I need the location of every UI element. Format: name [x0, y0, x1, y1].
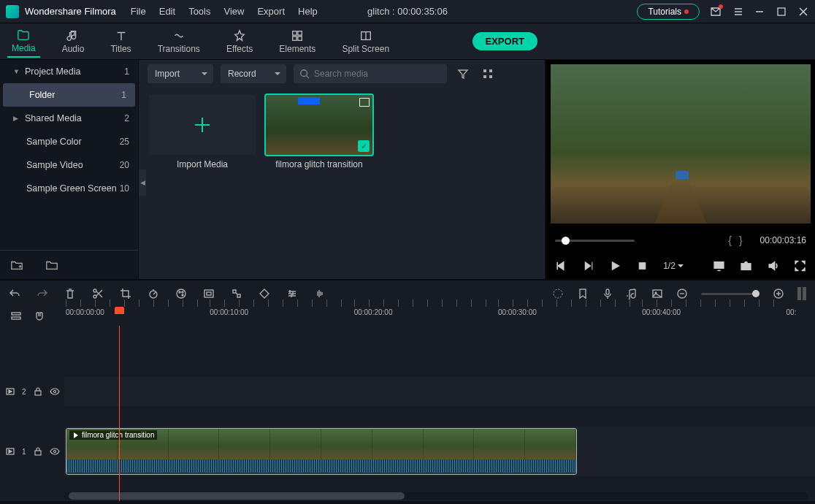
speed-icon[interactable]: [148, 288, 159, 299]
prev-frame-icon[interactable]: [555, 259, 567, 272]
zoom-slider[interactable]: [701, 293, 759, 295]
fullscreen-icon[interactable]: [794, 259, 806, 272]
redo-icon[interactable]: [37, 288, 48, 299]
track-head-2[interactable]: 2: [0, 377, 64, 406]
menu-file[interactable]: File: [131, 6, 146, 17]
volume-icon[interactable]: [767, 259, 779, 272]
media-browser: Import Record Import Media ✓ filmora gli…: [139, 60, 545, 279]
menu-help[interactable]: Help: [298, 6, 318, 17]
filter-icon[interactable]: [454, 65, 472, 83]
app-logo-icon: [6, 5, 19, 18]
app-name: Wondershare Filmora: [25, 6, 116, 17]
grid-view-icon[interactable]: [479, 65, 497, 83]
sidebar-item-sample-video[interactable]: Sample Video20: [0, 153, 138, 177]
svg-point-19: [179, 291, 180, 293]
zoom-in-icon[interactable]: [773, 288, 784, 299]
import-dropdown[interactable]: Import: [148, 64, 213, 83]
brace-left[interactable]: {: [728, 234, 732, 246]
magnet-icon[interactable]: [34, 310, 45, 322]
brace-right[interactable]: }: [739, 234, 743, 246]
play-icon[interactable]: [609, 259, 621, 272]
tutorials-button[interactable]: Tutorials: [637, 4, 700, 20]
search-input[interactable]: [294, 64, 447, 83]
plus-icon: [191, 114, 213, 136]
timeline-layout-icon[interactable]: [797, 287, 806, 300]
delete-icon[interactable]: [64, 288, 76, 299]
svg-rect-1: [293, 31, 296, 34]
voiceover-icon[interactable]: [602, 288, 613, 299]
playhead[interactable]: [119, 326, 120, 501]
playback-speed[interactable]: 1/2: [663, 261, 684, 271]
record-dropdown[interactable]: Record: [221, 64, 286, 83]
play-start-icon[interactable]: [582, 259, 594, 272]
project-timecode: glitch : 00:00:35:06: [367, 6, 448, 17]
render-icon[interactable]: [552, 288, 564, 299]
tab-elements[interactable]: Elements: [275, 26, 320, 57]
svg-point-20: [182, 291, 183, 293]
sidebar-item-sample-color[interactable]: Sample Color25: [0, 130, 138, 153]
mixer-icon[interactable]: [627, 288, 638, 299]
detach-icon[interactable]: [231, 288, 242, 299]
inbox-icon[interactable]: [710, 6, 722, 18]
svg-rect-7: [483, 69, 486, 72]
svg-rect-33: [35, 391, 41, 395]
track-manage-icon[interactable]: [10, 310, 22, 322]
timeline-ruler[interactable]: 00:00:00:00 00:00:10:00 00:00:20:00 00:0…: [0, 307, 815, 326]
adjust-icon[interactable]: [286, 288, 298, 299]
stop-icon[interactable]: [636, 259, 648, 272]
timeline-clip[interactable]: filmora glitch transition: [66, 428, 577, 475]
svg-point-37: [53, 451, 56, 453]
crop-icon[interactable]: [120, 288, 131, 299]
tab-titles[interactable]: Titles: [106, 26, 135, 57]
menu-tools[interactable]: Tools: [188, 6, 210, 17]
track-head-1[interactable]: 1: [0, 427, 64, 476]
svg-rect-0: [778, 8, 785, 15]
export-button[interactable]: EXPORT: [472, 32, 537, 50]
search-icon: [299, 69, 310, 79]
menu-view[interactable]: View: [223, 6, 244, 17]
list-icon[interactable]: [732, 6, 743, 18]
menu-export[interactable]: Export: [257, 6, 285, 17]
tab-audio[interactable]: Audio: [58, 26, 89, 57]
marker-icon[interactable]: [577, 288, 589, 299]
window-maximize[interactable]: [776, 6, 787, 18]
timeline-scrollbar[interactable]: [64, 492, 808, 500]
sidebar-item-sample-green-screen[interactable]: Sample Green Screen10: [0, 177, 138, 200]
folder-icon[interactable]: [45, 259, 58, 272]
snapshot-icon[interactable]: [740, 259, 752, 272]
clip-play-icon: [72, 432, 80, 439]
zoom-out-icon[interactable]: [676, 288, 688, 299]
keyframe-icon[interactable]: [259, 288, 270, 299]
color-icon[interactable]: [175, 288, 187, 299]
tab-media[interactable]: Media: [7, 26, 40, 58]
sidebar-item-shared-media[interactable]: ▶Shared Media2: [0, 107, 138, 130]
lock-icon[interactable]: [34, 447, 42, 456]
notification-dot-icon: [684, 9, 689, 14]
preview-panel: { } 00:00:03:16 1/2: [545, 60, 815, 279]
new-folder-icon[interactable]: [10, 259, 23, 272]
lock-icon[interactable]: [34, 387, 42, 396]
display-icon[interactable]: [713, 259, 725, 272]
window-minimize[interactable]: [754, 6, 765, 18]
sidebar-item-folder[interactable]: Folder1: [3, 83, 135, 107]
eye-icon[interactable]: [50, 387, 60, 396]
collapse-sidebar-icon[interactable]: ◀: [139, 169, 146, 196]
green-screen-icon[interactable]: [203, 288, 215, 299]
import-media-tile[interactable]: Import Media: [149, 95, 256, 169]
playhead-handle[interactable]: [115, 307, 124, 314]
preview-scrubber[interactable]: [555, 240, 635, 242]
sidebar-item-project-media[interactable]: ▼Project Media1: [0, 60, 138, 83]
tab-effects[interactable]: Effects: [222, 26, 257, 57]
tab-split-screen[interactable]: Split Screen: [337, 26, 394, 57]
media-clip-tile[interactable]: ✓ filmora glitch transition: [266, 95, 372, 169]
check-icon: ✓: [358, 140, 370, 152]
preview-viewport[interactable]: [551, 64, 811, 224]
picture-icon[interactable]: [651, 288, 663, 299]
tab-transitions[interactable]: Transitions: [153, 26, 204, 57]
eye-icon[interactable]: [50, 447, 60, 456]
audio-stretch-icon[interactable]: [314, 288, 326, 299]
split-icon[interactable]: [92, 288, 104, 299]
undo-icon[interactable]: [9, 288, 20, 299]
menu-edit[interactable]: Edit: [159, 6, 175, 17]
window-close[interactable]: [797, 6, 809, 18]
